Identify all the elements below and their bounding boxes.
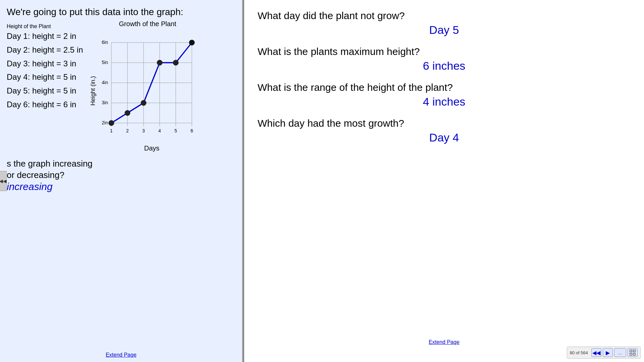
qa-block-3: What is the range of the height of the p… <box>258 82 631 108</box>
svg-rect-28 <box>630 350 632 352</box>
increasing-answer: increasing <box>7 181 235 192</box>
data-label: Height of the Plant <box>7 23 51 29</box>
intro-text: We're going to put this data into the gr… <box>7 7 235 17</box>
prev-button[interactable]: ◀◀ <box>591 348 601 357</box>
svg-point-24 <box>141 100 146 106</box>
svg-point-26 <box>173 60 178 65</box>
svg-text:3: 3 <box>143 128 145 133</box>
svg-text:6in: 6in <box>102 40 108 45</box>
grid-icon <box>630 350 636 356</box>
line-chart: 6in 5in 4in 3in 2in 1 2 3 4 5 6 <box>98 29 205 143</box>
svg-text:1: 1 <box>110 128 113 133</box>
list-item: Day 2: height = 2.5 in <box>7 43 83 57</box>
y-axis-label: Height (in.) <box>90 29 97 152</box>
question-2: What is the plants maximum height? <box>258 46 631 57</box>
graph-container: Growth of the Plant Height (in.) <box>90 20 205 152</box>
svg-rect-30 <box>630 353 632 355</box>
right-panel: What day did the plant not grow? Day 5 W… <box>244 0 644 362</box>
extend-page-left[interactable]: Extend Page <box>106 352 137 358</box>
answer-4: Day 4 <box>258 131 631 144</box>
data-section: Height of the Plant Day 1: height = 2 in… <box>7 23 235 152</box>
answer-2: 6 inches <box>258 59 631 72</box>
list-item: Day 5: height = 5 in <box>7 84 83 98</box>
svg-text:2in: 2in <box>102 120 108 125</box>
svg-point-27 <box>189 40 195 45</box>
left-panel: ◀◀ We're going to put this data into the… <box>0 0 243 362</box>
collapse-button[interactable]: ◀◀ <box>0 171 7 191</box>
graph-area: Height (in.) <box>90 29 205 152</box>
more-icon: ... <box>619 350 622 355</box>
svg-point-25 <box>157 60 162 65</box>
extend-page-right[interactable]: Extend Page <box>429 339 460 345</box>
increasing-question: s the graph increasing or decreasing? <box>7 158 235 181</box>
list-item: Day 4: height = 5 in <box>7 70 83 84</box>
svg-text:6: 6 <box>191 128 194 133</box>
question-4: Which day had the most growth? <box>258 118 631 129</box>
qa-block-1: What day did the plant not grow? Day 5 <box>258 10 631 37</box>
svg-text:2: 2 <box>126 128 129 133</box>
list-item: Day 6: height = 6 in <box>7 98 83 112</box>
answer-1: Day 5 <box>258 23 631 37</box>
grid-button[interactable] <box>628 348 638 357</box>
list-item: Day 3: height = 3 in <box>7 57 83 71</box>
svg-text:5: 5 <box>175 128 177 133</box>
collapse-icon: ◀◀ <box>0 178 7 184</box>
question-1: What day did the plant not grow? <box>258 10 631 21</box>
data-list: Height of the Plant Day 1: height = 2 in… <box>7 23 83 112</box>
svg-point-22 <box>109 120 114 126</box>
qa-block-2: What is the plants maximum height? 6 inc… <box>258 46 631 72</box>
question-suffix: or decreasing? <box>7 170 64 180</box>
next-icon: ▶ <box>606 350 610 356</box>
increasing-section: s the graph increasing or decreasing? in… <box>7 158 235 192</box>
svg-point-23 <box>125 110 130 116</box>
svg-text:3in: 3in <box>102 100 108 105</box>
graph-title: Growth of the Plant <box>90 20 205 28</box>
question-prefix: s the graph increasing <box>7 159 93 169</box>
chart-wrapper: 6in 5in 4in 3in 2in 1 2 3 4 5 6 <box>98 29 205 152</box>
qa-block-4: Which day had the most growth? Day 4 <box>258 118 631 144</box>
next-button[interactable]: ▶ <box>603 348 613 357</box>
svg-text:4: 4 <box>159 128 161 133</box>
page-count: 80 of 564 <box>570 350 588 355</box>
answer-3: 4 inches <box>258 95 631 108</box>
prev-icon: ◀◀ <box>592 350 600 356</box>
svg-rect-31 <box>633 353 635 355</box>
bottom-toolbar: 80 of 564 ◀◀ ▶ ... <box>567 347 641 359</box>
svg-text:5in: 5in <box>102 60 108 65</box>
more-button[interactable]: ... <box>614 348 626 357</box>
data-items: Day 1: height = 2 in Day 2: height = 2.5… <box>7 29 83 112</box>
x-axis-label: Days <box>144 144 160 152</box>
svg-text:4in: 4in <box>102 80 108 85</box>
list-item: Day 1: height = 2 in <box>7 29 83 43</box>
svg-rect-29 <box>633 350 635 352</box>
question-3: What is the range of the height of the p… <box>258 82 631 93</box>
